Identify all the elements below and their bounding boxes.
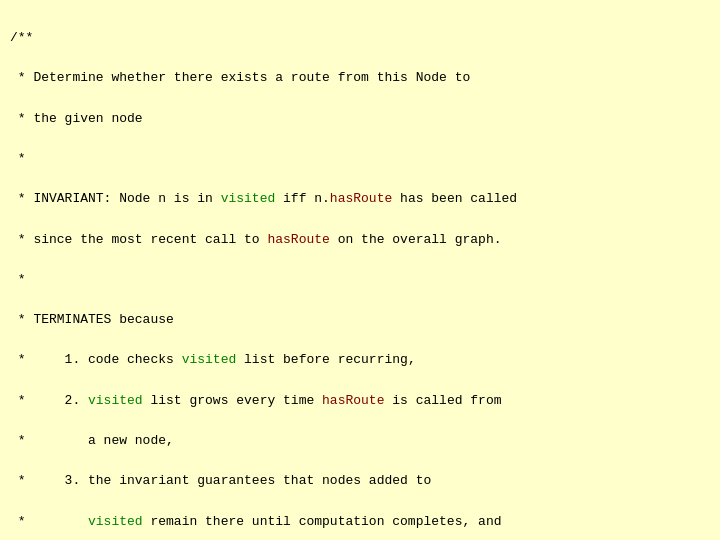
comment-line-13: * visited remain there until computation… [10, 512, 710, 532]
code-block: /** * Determine whether there exists a r… [10, 8, 710, 540]
comment-line-6: * since the most recent call to hasRoute… [10, 230, 710, 250]
comment-line-1: /** [10, 28, 710, 48]
comment-line-9: * 1. code checks visited list before rec… [10, 350, 710, 370]
comment-line-10: * 2. visited list grows every time hasRo… [10, 391, 710, 411]
comment-line-5: * INVARIANT: Node n is in visited iff n.… [10, 189, 710, 209]
comment-line-12: * 3. the invariant guarantees that nodes… [10, 471, 710, 491]
comment-line-3: * the given node [10, 109, 710, 129]
comment-line-7: * [10, 270, 710, 290]
comment-line-8: * TERMINATES because [10, 310, 710, 330]
comment-line-4: * [10, 149, 710, 169]
comment-line-11: * a new node, [10, 431, 710, 451]
comment-line-2: * Determine whether there exists a route… [10, 68, 710, 88]
